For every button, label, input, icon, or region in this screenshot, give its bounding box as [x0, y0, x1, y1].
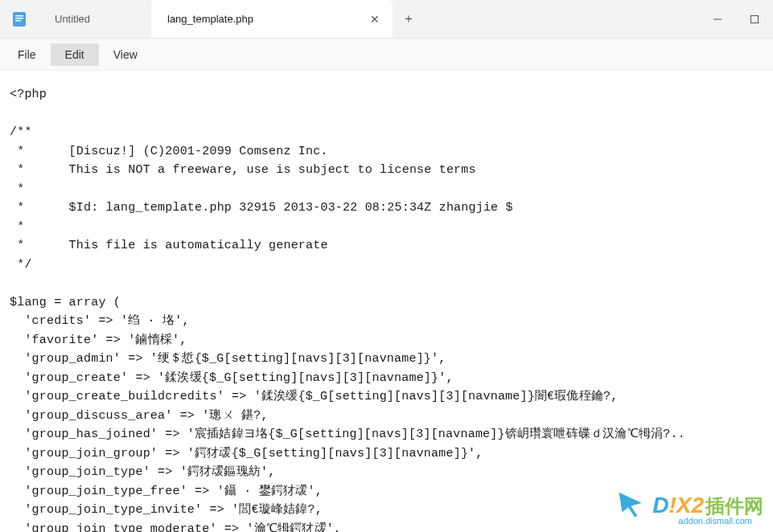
tab-untitled[interactable]: Untitled [39, 0, 151, 38]
menubar: File Edit View [0, 39, 773, 71]
svg-rect-2 [15, 18, 23, 19]
svg-rect-1 [15, 15, 23, 17]
tab-active[interactable]: lang_template.php ✕ [151, 0, 393, 38]
svg-rect-5 [751, 15, 759, 23]
tab-label: lang_template.php [167, 13, 365, 25]
svg-rect-3 [15, 20, 21, 22]
menu-edit[interactable]: Edit [51, 43, 99, 66]
minimize-button[interactable] [699, 0, 736, 38]
app-icon [0, 0, 39, 38]
editor-content[interactable]: <?php /** * [Discuz!] (C)2001-2099 Comse… [0, 71, 773, 532]
window-controls [699, 0, 773, 38]
new-tab-button[interactable]: ＋ [393, 0, 425, 38]
close-icon[interactable]: ✕ [365, 10, 384, 29]
maximize-button[interactable] [736, 0, 773, 38]
titlebar: Untitled lang_template.php ✕ ＋ [0, 0, 773, 39]
menu-view[interactable]: View [99, 43, 152, 66]
tab-label: Untitled [55, 13, 135, 25]
menu-file[interactable]: File [3, 43, 51, 66]
svg-rect-0 [13, 12, 26, 27]
